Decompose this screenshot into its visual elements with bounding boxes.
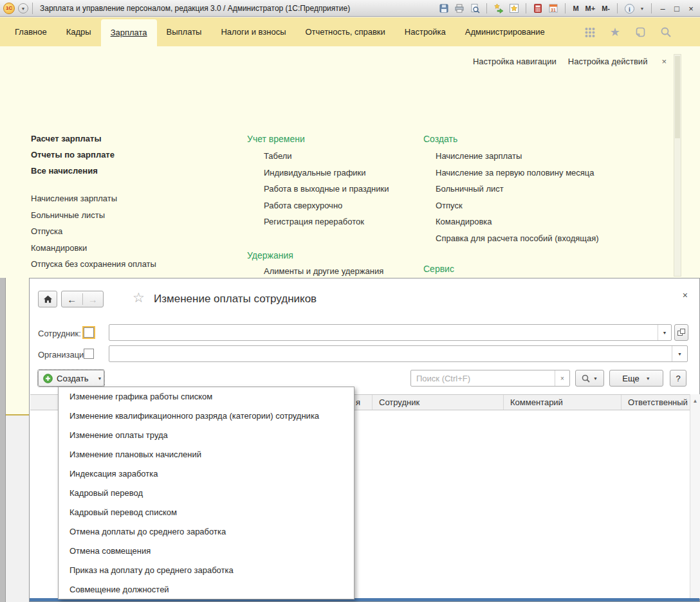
nav-link[interactable]: Справка для расчета пособий (входящая) [436,233,599,244]
nav-link[interactable]: Отпуска без сохранения оплаты [31,259,157,270]
menu-item[interactable]: Изменение квалификационного разряда (кат… [59,406,354,426]
history-icon[interactable] [634,26,646,38]
save-icon[interactable] [438,3,450,14]
nav-link[interactable]: Отчеты по зарплате [31,150,115,161]
nav-link[interactable]: Отпуск [436,201,599,212]
nav-link[interactable]: Алименты и другие удержания [264,266,395,277]
menu-item[interactable]: Кадровый перевод [59,484,354,503]
nav-link[interactable]: Отпуска [31,226,157,237]
minimize-button[interactable]: – [658,4,668,14]
memory-plus-button[interactable]: M+ [584,5,597,12]
menu-item[interactable]: Совмещение должностей [59,580,354,599]
tab-otchetnost-spravki[interactable]: Отчетность, справки [296,17,395,46]
nav-link[interactable]: Начисление зарплаты [436,151,599,162]
history-nav-buttons: ← → [61,291,104,307]
chevron-down-icon[interactable]: ▼ [658,325,671,340]
nav-link[interactable]: Начисления зарплаты [31,194,157,205]
search-icon[interactable] [660,26,672,38]
menu-item[interactable]: Кадровый перевод списком [59,503,354,522]
calendar-icon[interactable]: 31 [548,3,559,14]
search-input[interactable] [411,370,555,386]
create-dropdown-menu: Изменение графика работы списком Изменен… [58,387,355,599]
nav-link[interactable]: Работа в выходные и праздники [264,184,389,195]
nav-link[interactable]: Расчет зарплаты [31,134,115,145]
close-form-icon[interactable]: × [683,290,688,300]
home-button[interactable] [38,291,57,307]
maximize-button[interactable]: □ [672,4,682,14]
nav-link[interactable]: Больничный лист [436,184,599,195]
choose-icon [677,328,686,337]
main-menu-button[interactable]: ▼ [18,3,28,14]
column-header-employee[interactable]: Сотрудник [373,395,504,410]
more-button[interactable]: Еще ▼ [609,370,663,387]
menu-item[interactable]: Отмена совмещения [59,542,354,561]
column-header-comment[interactable]: Комментарий [504,395,622,410]
nav-group-title: Создать [423,134,457,145]
favorites-icon[interactable] [508,3,520,14]
close-panel-icon[interactable]: × [659,57,667,66]
tab-glavnoe[interactable]: Главное [5,17,57,46]
calculator-icon[interactable] [532,3,544,14]
employee-filter-checkbox[interactable] [84,327,94,338]
create-button[interactable]: Создать ▼ [38,370,104,387]
nav-link[interactable]: Больничные листы [31,210,157,221]
chevron-down-icon[interactable]: ▼ [672,346,687,361]
scroll-up-icon[interactable]: ▲ [690,394,700,407]
tab-vyplaty[interactable]: Выплаты [157,17,212,46]
actions-settings-link[interactable]: Настройка действий [568,57,648,66]
clear-search-icon[interactable]: × [555,370,569,386]
favorite-star-icon[interactable]: ☆ [133,290,145,306]
nav-link[interactable]: Табели [264,151,389,162]
nav-link[interactable]: Индивидуальные графики [264,168,389,179]
nav-link[interactable]: Регистрация переработок [264,217,389,228]
help-button[interactable]: ? [670,370,686,387]
menu-item[interactable]: Изменение оплаты труда [59,426,354,445]
choose-button[interactable] [674,324,688,341]
svg-text:31: 31 [551,8,557,12]
nav-group-time: Табели Индивидуальные графики Работа в в… [264,151,389,233]
forward-button[interactable]: → [83,294,104,305]
menu-item[interactable]: Приказ на доплату до среднего заработка [59,561,354,580]
print-preview-icon[interactable] [469,3,481,14]
memory-button[interactable]: M [571,5,580,12]
table-scrollbar[interactable]: ▲ [690,394,700,599]
tab-nastroyka[interactable]: Настройка [395,17,456,46]
nav-column-documents: Начисления зарплаты Больничные листы Отп… [31,194,157,278]
divider [526,3,526,14]
tab-administrirovanie[interactable]: Администрирование [456,17,555,46]
back-button[interactable]: ← [62,294,82,305]
print-icon[interactable] [454,3,465,14]
info-button[interactable]: i [623,3,635,14]
search-icon [582,374,590,383]
close-button[interactable]: × [686,4,696,14]
nav-link[interactable]: Командировка [436,217,599,228]
column-header-responsible[interactable]: Ответственный [622,395,690,410]
nav-link[interactable]: Работа сверхурочно [264,201,389,212]
create-button-label: Создать [57,374,88,383]
tab-nalogi-i-vznosy[interactable]: Налоги и взносы [211,17,295,46]
divider [486,3,487,14]
nav-scrollbar[interactable] [674,54,681,277]
nav-link[interactable]: Все начисления [31,166,115,177]
menu-item[interactable]: Отмена доплаты до среднего заработка [59,522,354,542]
organization-filter-checkbox[interactable] [84,349,94,359]
nav-link[interactable]: Начисление за первую половину месяца [436,168,599,179]
menu-item[interactable]: Индексация заработка [59,464,354,484]
search-options-button[interactable]: ▼ [575,370,604,387]
tab-zarplata[interactable]: Зарплата [101,19,157,46]
scrollbar-thumb[interactable] [675,56,680,138]
menu-item[interactable]: Изменение плановых начислений [59,445,354,464]
nav-link[interactable]: Командировки [31,243,157,254]
nav-group-title: Сервис [423,264,454,275]
menu-item[interactable]: Изменение графика работы списком [59,387,354,406]
chevron-down-icon[interactable]: ▼ [639,3,645,14]
tab-kadry[interactable]: Кадры [57,17,101,46]
add-favorite-icon[interactable] [493,3,504,14]
nav-settings-link[interactable]: Настройка навигации [473,57,557,66]
tabbar-tools: ★ [584,17,672,46]
organization-field[interactable]: ▼ [109,345,688,362]
apps-grid-icon[interactable] [584,26,596,38]
memory-minus-button[interactable]: M- [600,5,611,12]
favorites-star-icon[interactable]: ★ [610,26,620,38]
employee-field[interactable]: ▼ [109,324,672,341]
